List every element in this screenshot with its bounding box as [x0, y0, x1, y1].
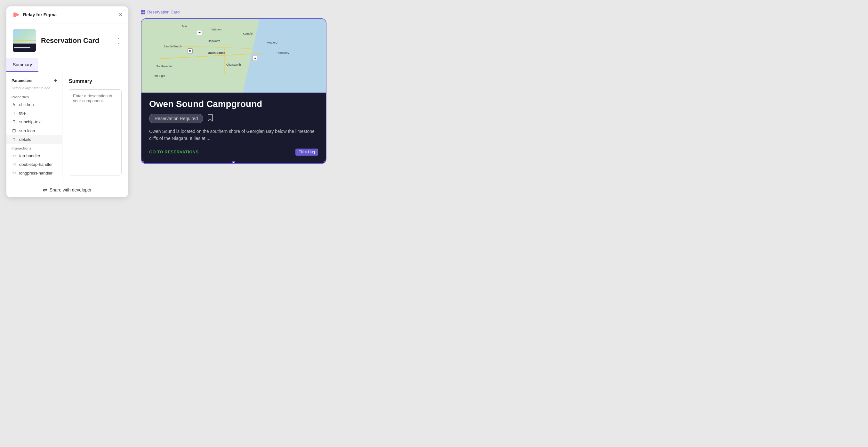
map-label-southampton: Southampton — [156, 65, 174, 68]
child-icon: ↳ — [11, 102, 17, 107]
description-textarea[interactable] — [69, 89, 122, 176]
prop-item-doubletap-handler[interactable]: ☜ doubletap-handler — [6, 160, 62, 169]
component-info: Reservation Card ⋮ — [6, 23, 128, 58]
panel-footer: ⇄ Share with developer — [6, 182, 128, 197]
prop-label-sub-icon: sub-icon — [19, 128, 35, 133]
left-panel: Relay for Figma × Reservation Card ⋮ Sum… — [6, 6, 128, 197]
prop-item-children[interactable]: ↳ children — [6, 100, 62, 109]
map-label-sauble-beach: Sauble Beach — [163, 45, 182, 48]
handle-bottom-right[interactable] — [323, 161, 326, 163]
text-icon-title: T — [11, 111, 17, 116]
card-description: Owen Sound is located on the southern sh… — [149, 128, 318, 142]
svg-rect-1 — [141, 10, 143, 12]
prop-label-children: children — [19, 102, 34, 107]
card-content: Owen Sound Campground Reservation Requir… — [142, 93, 326, 163]
map-label-port-elgin: Port Elgin — [153, 74, 165, 78]
map-sign-1: 10 — [197, 30, 202, 35]
fill-hug-badge: Fill × Hug — [296, 149, 318, 156]
close-button[interactable]: × — [119, 12, 122, 18]
parameters-section-header: Parameters + — [6, 77, 62, 86]
header-left: Relay for Figma — [12, 11, 57, 19]
map-sign-3: 21 — [188, 48, 193, 54]
prop-item-longpress-handler[interactable]: ☜ longpress-handler — [6, 169, 62, 177]
doubletap-icon: ☜ — [11, 162, 17, 167]
prop-item-tap-handler[interactable]: ☜ tap-handler — [6, 151, 62, 160]
svg-point-0 — [14, 13, 18, 16]
bookmark-button[interactable] — [207, 114, 214, 123]
svg-rect-3 — [141, 12, 143, 14]
prop-item-subchip-text[interactable]: T subchip-text — [6, 118, 62, 126]
add-parameter-button[interactable]: + — [54, 78, 57, 84]
panel-header: Relay for Figma × — [6, 6, 128, 23]
app-title: Relay for Figma — [23, 12, 57, 17]
right-content: Summary — [62, 72, 128, 182]
card-map: Mar Wiarton Kemble Sauble Beach Hepworth… — [142, 19, 326, 93]
panel-tabs: Summary — [6, 58, 128, 72]
card-title: Owen Sound Campground — [149, 99, 318, 109]
bookmark-icon — [207, 114, 214, 122]
thumbnail-road — [13, 40, 36, 41]
select-note: Select a layer first to add... — [6, 86, 62, 93]
more-options-button[interactable]: ⋮ — [115, 37, 122, 44]
prop-item-details[interactable]: T details — [6, 135, 62, 144]
handle-bottom-left[interactable] — [141, 161, 144, 163]
prop-label-tap-handler: tap-handler — [19, 153, 40, 158]
reservation-badge: Reservation Required — [149, 114, 203, 123]
card-badges: Reservation Required — [149, 114, 318, 123]
interactions-group-label: Interactions — [6, 144, 62, 151]
svg-rect-2 — [144, 10, 145, 12]
right-panel-title: Summary — [69, 79, 122, 84]
component-name: Reservation Card — [41, 36, 99, 45]
text-icon-details: T — [11, 137, 17, 142]
map-label-mar: Mar — [182, 25, 187, 28]
figma-component-icon — [141, 10, 145, 14]
prop-item-title[interactable]: T title — [6, 109, 62, 118]
parameters-label: Parameters — [11, 79, 32, 83]
share-label: Share with developer — [50, 187, 92, 192]
component-thumbnail — [13, 29, 36, 52]
map-label-owen-sound: Owen Sound — [208, 51, 225, 54]
cta-link[interactable]: GO TO RESERVATIONS — [149, 150, 199, 154]
map-sign-2: 26 — [252, 56, 257, 61]
share-with-developer-button[interactable]: ⇄ Share with developer — [43, 187, 92, 193]
map-label-meaford: Meaford — [267, 41, 278, 44]
prop-item-sub-icon[interactable]: ⊡ sub-icon — [6, 126, 62, 135]
share-icon: ⇄ — [43, 187, 47, 193]
thumbnail-text-line — [14, 48, 30, 48]
properties-group-label: Properties — [6, 93, 62, 100]
svg-rect-4 — [144, 12, 145, 14]
map-label-kemble: Kemble — [243, 32, 253, 35]
text-icon-subchip: T — [11, 120, 17, 124]
relay-logo-icon — [12, 11, 20, 19]
handle-bottom-center[interactable] — [232, 161, 235, 163]
prop-label-details: details — [19, 137, 31, 142]
tap-icon: ☜ — [11, 153, 17, 158]
image-icon-sub: ⊡ — [11, 128, 17, 133]
left-sidebar: Parameters + Select a layer first to add… — [6, 72, 62, 182]
prop-label-longpress-handler: longpress-handler — [19, 171, 53, 176]
card-cta: GO TO RESERVATIONS Fill × Hug — [149, 149, 318, 156]
reservation-card: Mar Wiarton Kemble Sauble Beach Hepworth… — [141, 18, 327, 164]
map-label-chatsworth: Chatsworth — [226, 63, 241, 66]
card-label: Reservation Card — [147, 9, 180, 14]
thumbnail-map — [13, 29, 36, 43]
tab-summary[interactable]: Summary — [6, 58, 38, 72]
thumbnail-bottom — [13, 43, 36, 52]
prop-label-title: title — [19, 111, 26, 116]
panel-body: Parameters + Select a layer first to add… — [6, 72, 128, 182]
map-label-thornbury: Thornbury — [276, 51, 289, 54]
prop-label-subchip-text: subchip-text — [19, 119, 41, 124]
prop-label-doubletap-handler: doubletap-handler — [19, 162, 53, 167]
map-label-hepworth: Hepworth — [208, 39, 220, 42]
figma-label: Reservation Card — [141, 9, 180, 14]
right-panel: Reservation Card Mar Wiarton K — [141, 6, 862, 164]
map-label-wiarton: Wiarton — [212, 28, 221, 31]
longpress-icon: ☜ — [11, 171, 17, 176]
